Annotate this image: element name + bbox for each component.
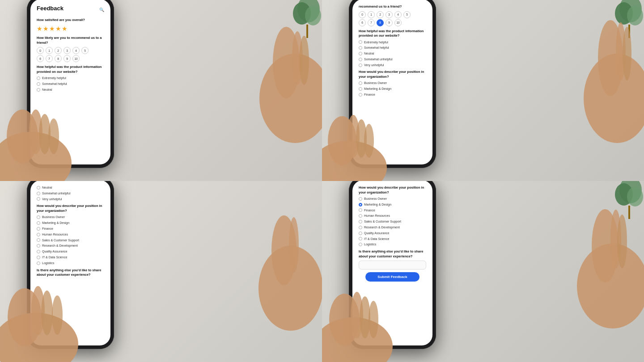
- nps-6-q2[interactable]: 6: [359, 19, 366, 26]
- radio-marketing-q4[interactable]: [359, 203, 362, 206]
- radio-finance-q2[interactable]: [359, 93, 362, 97]
- nps-7-q2[interactable]: 7: [368, 19, 375, 26]
- feedback-textarea[interactable]: [359, 261, 426, 269]
- nps-4[interactable]: 4: [72, 47, 80, 54]
- nps-1-q2[interactable]: 1: [368, 11, 375, 18]
- radio-rd-q3[interactable]: [37, 244, 40, 248]
- nps-10[interactable]: 10: [72, 55, 80, 62]
- opt-extremely-helpful-q2[interactable]: Extremely helpful: [359, 40, 426, 45]
- radio-qa-q4[interactable]: [359, 232, 362, 235]
- radio-somewhat-helpful-q2[interactable]: [359, 46, 362, 50]
- phone-q1: Feedback 🔍 How satisfied are you overall…: [27, 0, 114, 168]
- radio-marketing-q2[interactable]: [359, 87, 362, 91]
- opt-rd-q3[interactable]: Research & Development: [37, 244, 104, 248]
- svg-point-31: [258, 246, 322, 331]
- nps-5-q2[interactable]: 5: [403, 11, 411, 18]
- nps-9-q2[interactable]: 9: [386, 19, 393, 26]
- option-somewhat-helpful[interactable]: Somewhat helpful: [37, 82, 104, 86]
- opt-business-owner-q3[interactable]: Business Owner: [37, 215, 104, 219]
- radio-hr-q4[interactable]: [359, 214, 362, 218]
- nps-7[interactable]: 7: [46, 55, 53, 62]
- opt-sales-q4[interactable]: Sales & Customer Support: [359, 219, 426, 224]
- nps-3-q2[interactable]: 3: [386, 11, 393, 18]
- q4-position-label: How would you describe your position in …: [359, 185, 426, 195]
- opt-it-q4[interactable]: IT & Data Science: [359, 237, 426, 241]
- opt-logistics-q3[interactable]: Logistics: [37, 261, 104, 265]
- nps-2[interactable]: 2: [55, 47, 62, 54]
- svg-point-33: [289, 217, 299, 273]
- radio-somewhat-unhelpful-q2[interactable]: [359, 58, 362, 61]
- radio-business-owner-q3[interactable]: [37, 215, 40, 219]
- q3-position-label: How would you describe your position in …: [37, 204, 104, 213]
- radio-it-q3[interactable]: [37, 256, 40, 259]
- opt-somewhat-unhelpful-q2[interactable]: Somewhat unhelpful: [359, 57, 426, 62]
- opt-hr-q4[interactable]: Human Resources: [359, 214, 426, 218]
- nps-2-q2[interactable]: 2: [377, 11, 384, 18]
- opt-very-unhelpful-q2[interactable]: Very unhelpful: [359, 63, 426, 67]
- nps-3[interactable]: 3: [64, 47, 71, 54]
- radio-business-owner-q4[interactable]: [359, 197, 362, 201]
- radio-extremely-helpful-q2[interactable]: [359, 40, 362, 44]
- radio-rd-q4[interactable]: [359, 226, 362, 229]
- nps-5[interactable]: 5: [81, 47, 89, 54]
- radio-somewhat-helpful[interactable]: [37, 82, 40, 86]
- radio-very-unhelpful-q3[interactable]: [37, 197, 40, 201]
- radio-logistics-q3[interactable]: [37, 261, 40, 265]
- search-icon-q1[interactable]: 🔍: [99, 7, 104, 13]
- radio-qa-q3[interactable]: [37, 250, 40, 253]
- opt-very-unhelpful-q3[interactable]: Very unhelpful: [37, 197, 104, 202]
- nps-10-q2[interactable]: 10: [394, 19, 402, 26]
- nps-4-q2[interactable]: 4: [394, 11, 402, 18]
- opt-sales-q3[interactable]: Sales & Customer Support: [37, 238, 104, 243]
- opt-finance-q2[interactable]: Finance: [359, 93, 426, 97]
- radio-logistics-q4[interactable]: [359, 243, 362, 246]
- opt-logistics-q4[interactable]: Logistics: [359, 242, 426, 247]
- opt-marketing-q3[interactable]: Marketing & Design: [37, 221, 104, 225]
- opt-business-owner-q4[interactable]: Business Owner: [359, 197, 426, 201]
- nps-0-q2[interactable]: 0: [359, 11, 366, 18]
- radio-neutral-q3[interactable]: [37, 186, 40, 189]
- opt-neutral-q3[interactable]: Neutral: [37, 185, 104, 190]
- radio-it-q4[interactable]: [359, 237, 362, 240]
- opt-somewhat-helpful-q2[interactable]: Somewhat helpful: [359, 46, 426, 50]
- radio-somewhat-unhelpful-q3[interactable]: [37, 192, 40, 195]
- radio-neutral-q2[interactable]: [359, 52, 362, 55]
- radio-extremely-helpful[interactable]: [37, 76, 40, 80]
- radio-neutral[interactable]: [37, 88, 40, 92]
- plant-decoration-q4: [599, 181, 644, 226]
- phone-q3: Neutral Somewhat unhelpful Very unhelpfu…: [27, 181, 114, 349]
- nps-8-q2[interactable]: 8: [377, 19, 384, 26]
- opt-business-owner-q2[interactable]: Business Owner: [359, 81, 426, 85]
- opt-neutral-q2[interactable]: Neutral: [359, 51, 426, 56]
- opt-marketing-q4[interactable]: Marketing & Design: [359, 202, 426, 207]
- opt-qa-q3[interactable]: Quality Assurance: [37, 249, 104, 254]
- opt-it-q3[interactable]: IT & Data Science: [37, 255, 104, 260]
- radio-very-unhelpful-q2[interactable]: [359, 63, 362, 67]
- opt-somewhat-unhelpful-q3[interactable]: Somewhat unhelpful: [37, 191, 104, 196]
- opt-finance-q3[interactable]: Finance: [37, 227, 104, 231]
- radio-finance-q3[interactable]: [37, 227, 40, 231]
- quadrant-bottom-left: Neutral Somewhat unhelpful Very unhelpfu…: [0, 181, 322, 362]
- nps-1[interactable]: 1: [46, 47, 53, 54]
- option-extremely-helpful[interactable]: Extremely helpful: [37, 76, 104, 80]
- radio-sales-q3[interactable]: [37, 238, 40, 242]
- stars-rating[interactable]: ★★★★★: [37, 25, 104, 34]
- opt-rd-q4[interactable]: Research & Development: [359, 225, 426, 230]
- opt-hr-q3[interactable]: Human Resources: [37, 232, 104, 237]
- opt-qa-q4[interactable]: Quality Assurance: [359, 231, 426, 236]
- radio-hr-q3[interactable]: [37, 233, 40, 236]
- radio-business-owner-q2[interactable]: [359, 81, 362, 85]
- svg-point-36: [627, 187, 643, 206]
- opt-marketing-q2[interactable]: Marketing & Design: [359, 87, 426, 91]
- nps-8[interactable]: 8: [55, 55, 62, 62]
- opt-finance-q4[interactable]: Finance: [359, 208, 426, 213]
- option-neutral[interactable]: Neutral: [37, 88, 104, 92]
- radio-marketing-q3[interactable]: [37, 221, 40, 225]
- svg-point-32: [271, 215, 297, 285]
- radio-finance-q4[interactable]: [359, 208, 362, 212]
- nps-6[interactable]: 6: [37, 55, 44, 62]
- radio-sales-q4[interactable]: [359, 220, 362, 223]
- nps-9[interactable]: 9: [64, 55, 71, 62]
- submit-feedback-button[interactable]: Submit Feedback: [365, 272, 419, 282]
- nps-0[interactable]: 0: [37, 47, 44, 54]
